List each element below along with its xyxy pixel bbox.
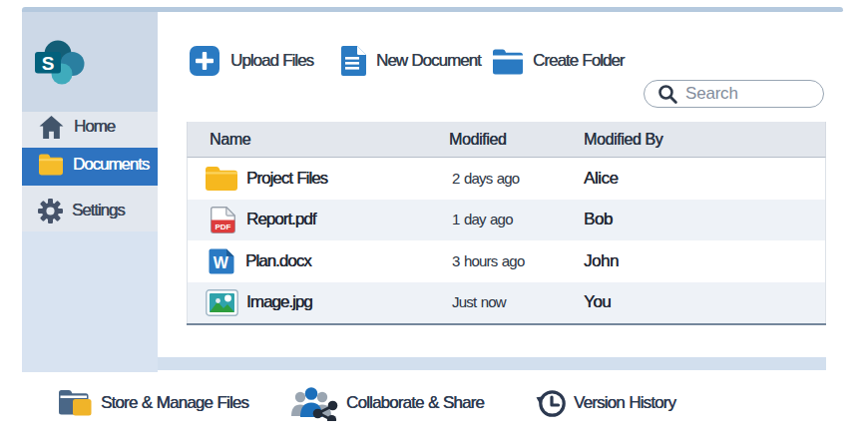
- svg-text:W: W: [214, 254, 229, 271]
- svg-text:PDF: PDF: [216, 223, 231, 231]
- svg-text:S: S: [42, 53, 55, 74]
